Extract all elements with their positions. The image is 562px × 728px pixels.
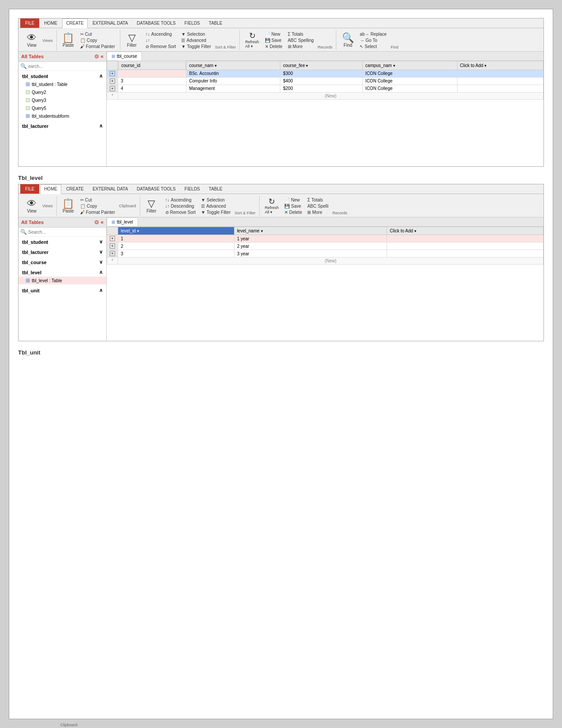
expand-btn-22[interactable]: + [110, 243, 115, 249]
cell-extra-2[interactable] [457, 77, 543, 85]
totals-button-1[interactable]: Σ Totals [287, 31, 315, 37]
table-row[interactable]: + 1 1 year [107, 235, 543, 243]
cell-extra-23[interactable] [387, 250, 543, 258]
filter-button-2[interactable]: ▽ Filter [144, 198, 160, 214]
descending-button-1[interactable]: ↓↑ Descending [144, 37, 177, 43]
expand-btn-23[interactable]: + [110, 251, 115, 256]
nav-item-student-table-1[interactable]: ⊞ tbl_student : Table [19, 80, 106, 88]
format-painter-button-1[interactable]: 🖌 Format Painter [79, 44, 116, 49]
col-click-add-1[interactable]: Click to Add ▾ [457, 61, 543, 70]
tab-fields-1[interactable]: FIELDS [181, 19, 204, 28]
cell-name-1[interactable]: BSc. Accountin [186, 70, 280, 77]
nav-circle-icon-1[interactable]: ⊙ [94, 53, 99, 60]
new-button-1[interactable]: 📄 New [264, 31, 284, 37]
tab-table-2[interactable]: TABLE [205, 184, 227, 194]
more-button-2[interactable]: ⊞ More [306, 209, 330, 215]
copy-button-1[interactable]: 📋 Copy [79, 37, 116, 43]
col-level-name-2[interactable]: level_name ▾ [234, 227, 387, 235]
delete-button-1[interactable]: ✕ Delete [264, 44, 284, 49]
replace-button-1[interactable]: ab→ Replace [358, 31, 388, 37]
tab-dbtools-2[interactable]: DATABASE TOOLS [133, 184, 179, 194]
cell-extra-22[interactable] [387, 243, 543, 250]
tbl-course-header-2[interactable]: tbl_course ∨ [19, 258, 106, 266]
view-button-1[interactable]: 👁 View [24, 32, 40, 49]
ascending-button-2[interactable]: ↑↓ Ascending [164, 197, 197, 203]
tbl-level-tab-2[interactable]: ⊞ tbl_level [107, 217, 138, 226]
table-row[interactable]: + BSc. Accountin $300 ICON College [107, 70, 543, 77]
tbl-lacturer-header-1[interactable]: tbl_lacturer ∧ [19, 122, 106, 130]
spelling-button-2[interactable]: ABC Spelli [306, 203, 330, 209]
tab-table-1[interactable]: TABLE [205, 19, 227, 28]
spelling-button-1[interactable]: ABC Spelling [287, 37, 315, 43]
cell-extra-1[interactable] [457, 70, 543, 77]
table-row[interactable]: + 2 2 year [107, 243, 543, 250]
advanced-button-2[interactable]: ☰ Advanced [200, 203, 232, 209]
tab-home-1[interactable]: HOME [40, 19, 61, 28]
tab-create-1[interactable]: CREATE [62, 19, 88, 28]
cell-fee-3[interactable]: $200 [280, 85, 363, 92]
cell-campus-2[interactable]: ICON College [362, 77, 457, 85]
remove-sort-button-2[interactable]: ⊘ Remove Sort [164, 209, 197, 215]
tab-file-2[interactable]: FILE [20, 184, 39, 194]
selection-button-2[interactable]: ▼ Selection [200, 197, 232, 203]
new-row-1[interactable]: * (New) [107, 92, 543, 99]
nav-item-subform-1[interactable]: ⊞ tbl_studentsubform [19, 112, 106, 120]
nav-chevron-left-icon-1[interactable]: « [100, 53, 104, 60]
cell-id-1[interactable] [118, 70, 186, 77]
tbl-unit-header-2[interactable]: tbl_unit ∧ [19, 286, 106, 295]
tab-file-1[interactable]: FILE [20, 19, 39, 28]
expand-btn-2[interactable]: + [110, 78, 115, 84]
refresh-all-button-1[interactable]: ↻ RefreshAll ▾ [243, 31, 261, 49]
col-course-id-1[interactable]: course_id [118, 61, 186, 70]
cell-lid-3[interactable]: 3 [118, 250, 234, 258]
nav-item-level-table-2[interactable]: ⊞ tbl_level : Table [19, 276, 106, 284]
nav-item-query3-1[interactable]: ⊡ Query3 [19, 96, 106, 104]
table-row[interactable]: + 3 Computer Info $400 ICON College [107, 77, 543, 85]
cell-name-2[interactable]: Computer Info [186, 77, 280, 85]
nav-circle-icon-2[interactable]: ⊙ [94, 219, 99, 225]
tab-dbtools-1[interactable]: DATABASE TOOLS [133, 19, 179, 28]
cell-campus-1[interactable]: ICON College [362, 70, 457, 77]
expand-btn-3[interactable]: + [110, 86, 115, 91]
col-level-id-2[interactable]: level_id ▾ [118, 227, 234, 235]
save-button-1[interactable]: 💾 Save [264, 37, 284, 43]
cell-fee-2[interactable]: $400 [280, 77, 363, 85]
new-row-label-2[interactable]: (New) [118, 258, 543, 265]
nav-chevron-left-icon-2[interactable]: « [100, 219, 104, 225]
tbl-student-header-2[interactable]: tbl_student ∨ [19, 238, 106, 246]
expand-btn-1[interactable]: + [110, 71, 115, 76]
cell-lid-2[interactable]: 2 [118, 243, 234, 250]
totals-button-2[interactable]: Σ Totals [306, 197, 330, 203]
tbl-level-header-2[interactable]: tbl_level ∧ [19, 268, 106, 276]
find-button-1[interactable]: 🔍 Find [340, 32, 356, 49]
remove-sort-button-1[interactable]: ⊘ Remove Sort [144, 44, 177, 49]
col-click-add-2[interactable]: Click to Add ▾ [387, 227, 543, 235]
format-painter-button-2[interactable]: 🖌 Format Painter [79, 209, 116, 215]
cell-lname-1[interactable]: 1 year [234, 235, 387, 243]
tbl-course-tab-1[interactable]: ⊞ tbl_course [107, 52, 142, 60]
refresh-all-button-2[interactable]: ↻ RefreshAll ▾ [263, 197, 281, 215]
cut-button-2[interactable]: ✂ Cut [79, 197, 116, 203]
expand-btn-21[interactable]: + [110, 236, 115, 241]
cell-extra-21[interactable] [387, 235, 543, 243]
ascending-button-1[interactable]: ↑↓ Ascending [144, 31, 177, 37]
tab-fields-2[interactable]: FIELDS [181, 184, 204, 194]
cell-lid-1[interactable]: 1 [118, 235, 234, 243]
tab-create-2[interactable]: CREATE [62, 184, 88, 194]
cell-name-3[interactable]: Management [186, 85, 280, 92]
filter-button-1[interactable]: ▽ Filter [124, 32, 140, 49]
cell-lname-2[interactable]: 2 year [234, 243, 387, 250]
table-row[interactable]: + 3 3 year [107, 250, 543, 258]
toggle-filter-button-1[interactable]: ▼ Toggle Filter [180, 44, 212, 49]
cell-lname-3[interactable]: 3 year [234, 250, 387, 258]
col-course-fee-1[interactable]: course_fee ▾ [280, 61, 363, 70]
cut-button-1[interactable]: ✂ Cut [79, 31, 116, 37]
search-input-2[interactable] [28, 230, 104, 235]
more-button-1[interactable]: ⊞ More [287, 44, 315, 49]
tbl-student-header-1[interactable]: tbl_student ∧ [19, 72, 106, 80]
advanced-button-1[interactable]: ☰ Advanced [180, 37, 212, 43]
table-row[interactable]: + 4 Management $200 ICON College [107, 85, 543, 92]
toggle-filter-button-2[interactable]: ▼ Toggle Filter [200, 209, 232, 215]
new-row-2[interactable]: * (New) [107, 258, 543, 265]
search-input-1[interactable] [28, 64, 104, 69]
